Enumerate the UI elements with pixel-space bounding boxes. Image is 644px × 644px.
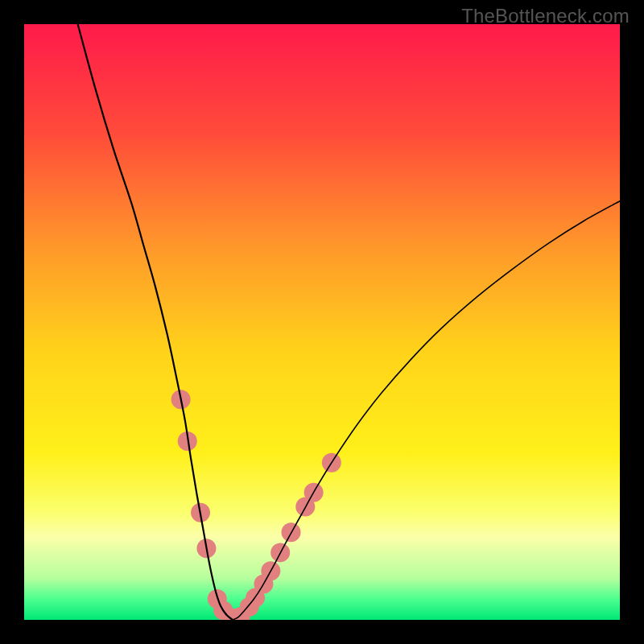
chart-container: TheBottleneck.com [0,0,644,644]
gradient-background [24,24,620,620]
plot-frame [24,24,620,620]
chart-svg [24,24,620,620]
watermark-text: TheBottleneck.com [461,5,630,27]
